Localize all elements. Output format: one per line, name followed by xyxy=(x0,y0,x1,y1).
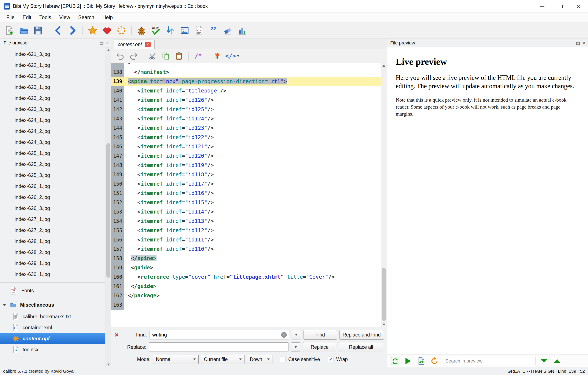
scroll-up-icon[interactable] xyxy=(106,47,111,53)
code-text[interactable]: <itemref idref="id119"/> xyxy=(124,161,381,170)
code-text[interactable]: <itemref idref="id123"/> xyxy=(124,123,381,133)
code-line[interactable]: 155 <itemref idref="id112"/> xyxy=(111,226,381,235)
file-item[interactable]: index-624_3.jpg xyxy=(0,137,105,148)
code-text[interactable]: <itemref idref="id120"/> xyxy=(124,151,381,161)
menu-tools[interactable]: Tools xyxy=(35,12,55,22)
scroll-up-icon[interactable] xyxy=(381,63,387,68)
check-book-button[interactable] xyxy=(135,24,148,37)
collapse-caret-icon[interactable] xyxy=(3,304,6,306)
mode-select[interactable]: Normal xyxy=(153,355,199,364)
replace-and-find-button[interactable]: Replace and Find xyxy=(339,330,384,340)
insert-tag-button[interactable]: </> xyxy=(225,51,240,61)
code-line[interactable]: 146 <itemref idref="id121"/> xyxy=(111,142,381,151)
preview-search-input[interactable] xyxy=(443,357,536,365)
scrollbar-thumb[interactable] xyxy=(106,143,110,278)
file-item[interactable]: index-626_2.jpg xyxy=(0,192,105,203)
file-item[interactable]: index-625_2.jpg xyxy=(0,159,105,170)
remove-unused-css-button[interactable] xyxy=(222,24,234,37)
code-line[interactable]: 143 <itemref idref="id124"/> xyxy=(111,114,381,123)
code-text[interactable]: </spine> xyxy=(124,254,381,263)
insert-comment-button[interactable]: /* xyxy=(193,51,203,61)
code-line[interactable]: 160 <reference type="cover" href="titlep… xyxy=(111,272,381,282)
code-line[interactable]: 148 <itemref idref="id119"/> xyxy=(111,161,381,170)
code-text[interactable]: <itemref idref="id121"/> xyxy=(124,142,381,151)
spell-check-button[interactable]: ABC xyxy=(150,24,162,37)
copy-button[interactable] xyxy=(160,51,171,61)
paste-button[interactable] xyxy=(174,51,184,61)
create-checkpoint-button[interactable] xyxy=(86,24,99,37)
donate-button[interactable] xyxy=(101,24,113,37)
file-item-container.xml[interactable]: container.xml xyxy=(0,322,105,333)
code-text[interactable]: <guide> xyxy=(124,263,381,272)
file-item[interactable]: index-627_1.jpg xyxy=(0,214,105,225)
code-text[interactable]: <itemref idref="id126"/> xyxy=(124,96,381,105)
manage-fonts-button[interactable]: TTF xyxy=(193,24,205,37)
new-file-button[interactable] xyxy=(3,24,15,37)
code-text[interactable]: <itemref idref="id111"/> xyxy=(124,235,381,245)
code-line[interactable]: 149 <itemref idref="id118"/> xyxy=(111,170,381,179)
miscellaneous-section[interactable]: Miscellaneous xyxy=(0,299,105,311)
file-item[interactable]: index-628_2.jpg xyxy=(0,247,105,258)
code-line[interactable]: 152 <itemref idref="id115"/> xyxy=(111,198,381,207)
tab-content-opf[interactable]: content.opf × xyxy=(114,40,155,49)
file-item[interactable]: index-626_1.jpg xyxy=(0,181,105,192)
code-editor[interactable]: >138 </manifest>139<spine toc="ncx" page… xyxy=(111,63,387,327)
scroll-down-icon[interactable] xyxy=(381,322,387,327)
file-item[interactable]: index-630_1.jpg xyxy=(0,269,105,280)
code-line[interactable]: 138 </manifest> xyxy=(111,67,381,77)
clear-input-icon[interactable]: × xyxy=(281,332,287,338)
find-button[interactable]: Find xyxy=(304,330,337,340)
refresh-preview-button[interactable] xyxy=(390,356,400,366)
file-item[interactable]: index-629_1.jpg xyxy=(0,258,105,269)
file-item-content.opf[interactable]: content.opf xyxy=(0,333,105,344)
editor-scrollbar[interactable] xyxy=(381,63,387,327)
sync-position-button[interactable] xyxy=(430,356,439,366)
find-previous-button[interactable] xyxy=(552,356,562,366)
code-line[interactable]: 163 xyxy=(111,300,381,310)
code-text[interactable]: <reference type="cover" href="titlepage.… xyxy=(124,272,381,282)
maximize-button[interactable] xyxy=(551,0,570,12)
file-item-calibre_bookmarks.txt[interactable]: calibre_bookmarks.txt xyxy=(0,311,105,322)
replace-button[interactable]: Replace xyxy=(303,342,336,352)
code-line[interactable]: > xyxy=(111,63,381,67)
code-text[interactable]: <itemref idref="id116"/> xyxy=(124,189,381,198)
smarten-punctuation-button[interactable]: ” xyxy=(207,24,220,37)
float-panel-icon[interactable] xyxy=(576,42,580,45)
code-text[interactable]: <itemref idref="id112"/> xyxy=(124,226,381,235)
insert-special-character-button[interactable] xyxy=(212,51,223,61)
save-preview-button[interactable] xyxy=(417,356,426,366)
code-line[interactable]: 158 </spine> xyxy=(111,254,381,263)
find-input[interactable] xyxy=(152,332,281,338)
file-item[interactable]: index-627_2.jpg xyxy=(0,225,105,236)
direction-select[interactable]: Down xyxy=(247,355,273,364)
file-item[interactable]: index-624_2.jpg xyxy=(0,126,105,137)
file-item[interactable]: index-622_2.jpg xyxy=(0,71,105,82)
file-item-toc.ncx[interactable]: toc.ncx xyxy=(0,344,105,355)
code-line[interactable]: 162</package> xyxy=(111,291,381,300)
code-line[interactable]: 145 <itemref idref="id122"/> xyxy=(111,133,381,142)
code-line[interactable]: 151 <itemref idref="id116"/> xyxy=(111,189,381,198)
menu-search[interactable]: Search xyxy=(74,12,98,22)
run-preview-button[interactable] xyxy=(403,356,413,366)
code-text[interactable]: <itemref idref="titlepage"/> xyxy=(124,86,381,96)
code-line[interactable]: 140 <itemref idref="titlepage"/> xyxy=(111,86,381,96)
minimize-button[interactable] xyxy=(533,0,551,12)
file-item[interactable]: index-622_1.jpg xyxy=(0,60,105,71)
code-line[interactable]: 147 <itemref idref="id120"/> xyxy=(111,151,381,161)
undo-button[interactable] xyxy=(115,51,126,61)
wrap-checkbox[interactable]: ✓ xyxy=(328,357,334,362)
code-text[interactable]: <itemref idref="id115"/> xyxy=(124,198,381,207)
cut-button[interactable] xyxy=(147,51,158,61)
code-line[interactable]: 161 </guide> xyxy=(111,282,381,291)
reports-button[interactable] xyxy=(236,24,248,37)
code-text[interactable]: </manifest> xyxy=(124,67,381,77)
save-button[interactable] xyxy=(32,24,44,37)
code-text[interactable]: > xyxy=(124,63,381,67)
code-text[interactable] xyxy=(124,300,381,310)
code-line[interactable]: 139<spine toc="ncx" page-progression-dir… xyxy=(111,77,381,86)
code-line[interactable]: 153 <itemref idref="id114"/> xyxy=(111,207,381,216)
file-item[interactable]: index-623_3.jpg xyxy=(0,104,105,115)
file-item[interactable]: index-624_1.jpg xyxy=(0,115,105,126)
file-item[interactable]: index-626_3.jpg xyxy=(0,203,105,214)
close-panel-icon[interactable]: × xyxy=(583,40,586,45)
